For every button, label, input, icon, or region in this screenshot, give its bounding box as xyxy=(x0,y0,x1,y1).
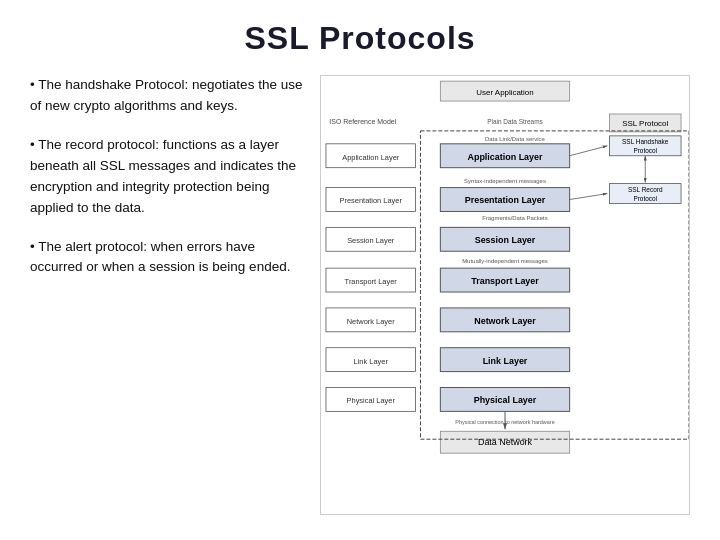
svg-text:Data Network: Data Network xyxy=(478,437,533,447)
bullet-record: • The record protocol: functions as a la… xyxy=(30,135,304,219)
svg-text:Data Link/Data service: Data Link/Data service xyxy=(485,136,546,142)
svg-text:Plain Data Streams: Plain Data Streams xyxy=(487,118,543,125)
svg-line-14 xyxy=(570,146,608,156)
ssl-diagram: User Application ISO Reference Model Pla… xyxy=(320,75,690,515)
svg-text:SSL Protocol: SSL Protocol xyxy=(622,119,668,128)
svg-text:ISO Reference Model: ISO Reference Model xyxy=(329,118,396,125)
svg-text:Protocol: Protocol xyxy=(633,147,657,154)
svg-line-24 xyxy=(570,194,608,200)
svg-text:Link Layer: Link Layer xyxy=(483,356,528,366)
svg-text:Protocol: Protocol xyxy=(633,195,657,202)
slide-title: SSL Protocols xyxy=(30,20,690,57)
svg-text:Presentation Layer: Presentation Layer xyxy=(465,195,546,205)
svg-text:Fragments/Data Packets: Fragments/Data Packets xyxy=(482,215,548,221)
svg-text:Network Layer: Network Layer xyxy=(347,317,395,326)
svg-text:Network Layer: Network Layer xyxy=(474,316,536,326)
svg-text:Physical Layer: Physical Layer xyxy=(474,395,537,405)
svg-text:Link Layer: Link Layer xyxy=(354,357,389,366)
svg-text:SSL Record: SSL Record xyxy=(628,186,663,193)
svg-text:Physical Layer: Physical Layer xyxy=(347,396,396,405)
svg-text:Transport Layer: Transport Layer xyxy=(471,276,539,286)
bullet-handshake: • The handshake Protocol: negotiates the… xyxy=(30,75,304,117)
svg-text:Presentation Layer: Presentation Layer xyxy=(340,196,403,205)
text-column: • The handshake Protocol: negotiates the… xyxy=(30,75,304,520)
diagram-column: User Application ISO Reference Model Pla… xyxy=(320,75,690,520)
svg-text:Transport Layer: Transport Layer xyxy=(345,277,398,286)
svg-text:Session Layer: Session Layer xyxy=(475,235,536,245)
svg-text:SSL Handshake: SSL Handshake xyxy=(622,138,669,145)
svg-text:Mutually-independent messages: Mutually-independent messages xyxy=(462,258,548,264)
content-area: • The handshake Protocol: negotiates the… xyxy=(30,75,690,520)
slide: SSL Protocols • The handshake Protocol: … xyxy=(0,0,720,540)
svg-text:Syntax-independent messages: Syntax-independent messages xyxy=(464,178,546,184)
svg-text:Session Layer: Session Layer xyxy=(347,236,395,245)
svg-text:User Application: User Application xyxy=(476,88,533,97)
svg-text:Application Layer: Application Layer xyxy=(468,152,544,162)
svg-text:Application Layer: Application Layer xyxy=(342,153,400,162)
bullet-alert: • The alert protocol: when errors have o… xyxy=(30,237,304,279)
